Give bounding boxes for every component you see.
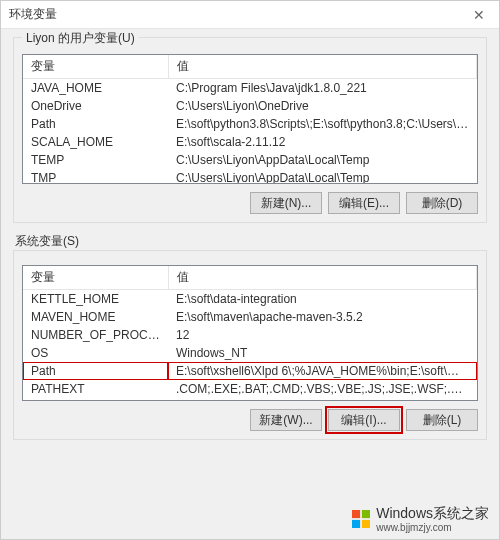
table-row[interactable]: TMPC:\Users\Liyon\AppData\Local\Temp (23, 169, 477, 184)
cell-value: .COM;.EXE;.BAT;.CMD;.VBS;.VBE;.JS;.JSE;.… (168, 380, 477, 398)
col-header-value[interactable]: 值 (168, 266, 477, 290)
cell-value: E:\soft\xshell6\Xlpd 6\;%JAVA_HOME%\bin;… (168, 362, 477, 380)
sys-edit-button[interactable]: 编辑(I)... (328, 409, 400, 431)
dialog-content: Liyon 的用户变量(U) 变量 值 JAVA_HOMEC:\Program … (1, 29, 499, 539)
cell-value: E:\soft\data-integration (168, 290, 477, 309)
table-row[interactable]: PathE:\soft\python3.8\Scripts\;E:\soft\p… (23, 115, 477, 133)
watermark-url: www.bjjmzjy.com (376, 523, 489, 533)
sys-delete-button[interactable]: 删除(L) (406, 409, 478, 431)
col-header-value[interactable]: 值 (168, 55, 477, 79)
table-row[interactable]: JAVA_HOMEC:\Program Files\Java\jdk1.8.0_… (23, 79, 477, 98)
user-vars-table-wrap: 变量 值 JAVA_HOMEC:\Program Files\Java\jdk1… (22, 54, 478, 184)
user-delete-button[interactable]: 删除(D) (406, 192, 478, 214)
table-row[interactable]: PATHEXT.COM;.EXE;.BAT;.CMD;.VBS;.VBE;.JS… (23, 380, 477, 398)
sys-vars-table[interactable]: 变量 值 KETTLE_HOMEE:\soft\data-integration… (23, 266, 477, 401)
cell-variable: OneDrive (23, 97, 168, 115)
cell-value: C:\Users\Liyon\AppData\Local\Temp (168, 169, 477, 184)
env-vars-dialog: 环境变量 ✕ Liyon 的用户变量(U) 变量 值 JAVA_HOMEC:\P… (0, 0, 500, 540)
cell-value: 12 (168, 326, 477, 344)
cell-variable: KETTLE_HOME (23, 290, 168, 309)
cell-value: C:\Users\Liyon\OneDrive (168, 97, 477, 115)
cell-variable: SCALA_HOME (23, 133, 168, 151)
table-row[interactable]: OneDriveC:\Users\Liyon\OneDrive (23, 97, 477, 115)
user-vars-buttons: 新建(N)... 编辑(E)... 删除(D) (22, 192, 478, 214)
cell-variable: TMP (23, 169, 168, 184)
user-vars-table[interactable]: 变量 值 JAVA_HOMEC:\Program Files\Java\jdk1… (23, 55, 477, 184)
cell-variable: TEMP (23, 151, 168, 169)
table-row[interactable]: PathE:\soft\xshell6\Xlpd 6\;%JAVA_HOME%\… (23, 362, 477, 380)
table-row[interactable]: SCALA_HOMEE:\soft\scala-2.11.12 (23, 133, 477, 151)
table-row[interactable]: TEMPC:\Users\Liyon\AppData\Local\Temp (23, 151, 477, 169)
user-edit-button[interactable]: 编辑(E)... (328, 192, 400, 214)
watermark: Windows系统之家 www.bjjmzjy.com (352, 505, 489, 533)
cell-value: C:\Program Files\Java\jdk1.8.0_221 (168, 79, 477, 98)
watermark-title: Windows系统之家 (376, 505, 489, 521)
cell-variable: Path (23, 362, 168, 380)
close-icon[interactable]: ✕ (467, 5, 491, 25)
sys-vars-buttons: 新建(W)... 编辑(I)... 删除(L) (22, 409, 478, 431)
cell-value: Windows_NT (168, 344, 477, 362)
watermark-text: Windows系统之家 www.bjjmzjy.com (376, 505, 489, 533)
sys-vars-table-wrap: 变量 值 KETTLE_HOMEE:\soft\data-integration… (22, 265, 478, 401)
table-row[interactable]: OSWindows_NT (23, 344, 477, 362)
svg-rect-3 (362, 520, 370, 528)
user-vars-group: Liyon 的用户变量(U) 变量 值 JAVA_HOMEC:\Program … (13, 37, 487, 223)
cell-variable: PROCESSOR_ARCHITECT... (23, 398, 168, 401)
cell-value: E:\soft\python3.8\Scripts\;E:\soft\pytho… (168, 115, 477, 133)
user-vars-label: Liyon 的用户变量(U) (22, 30, 139, 47)
cell-value: E:\soft\scala-2.11.12 (168, 133, 477, 151)
cell-variable: MAVEN_HOME (23, 308, 168, 326)
user-new-button[interactable]: 新建(N)... (250, 192, 322, 214)
window-title: 环境变量 (9, 6, 57, 23)
titlebar[interactable]: 环境变量 ✕ (1, 1, 499, 29)
windows-logo-icon (352, 510, 370, 528)
cell-variable: Path (23, 115, 168, 133)
cell-variable: OS (23, 344, 168, 362)
cell-variable: PATHEXT (23, 380, 168, 398)
table-row[interactable]: PROCESSOR_ARCHITECT...AMD64 (23, 398, 477, 401)
col-header-variable[interactable]: 变量 (23, 55, 168, 79)
table-row[interactable]: MAVEN_HOMEE:\soft\maven\apache-maven-3.5… (23, 308, 477, 326)
sys-new-button[interactable]: 新建(W)... (250, 409, 322, 431)
sys-vars-group: 变量 值 KETTLE_HOMEE:\soft\data-integration… (13, 250, 487, 440)
svg-rect-1 (362, 510, 370, 518)
cell-value: C:\Users\Liyon\AppData\Local\Temp (168, 151, 477, 169)
col-header-variable[interactable]: 变量 (23, 266, 168, 290)
cell-value: AMD64 (168, 398, 477, 401)
svg-rect-2 (352, 520, 360, 528)
table-row[interactable]: NUMBER_OF_PROCESSORS12 (23, 326, 477, 344)
cell-value: E:\soft\maven\apache-maven-3.5.2 (168, 308, 477, 326)
cell-variable: JAVA_HOME (23, 79, 168, 98)
cell-variable: NUMBER_OF_PROCESSORS (23, 326, 168, 344)
sys-vars-label: 系统变量(S) (15, 233, 487, 250)
svg-rect-0 (352, 510, 360, 518)
table-row[interactable]: KETTLE_HOMEE:\soft\data-integration (23, 290, 477, 309)
